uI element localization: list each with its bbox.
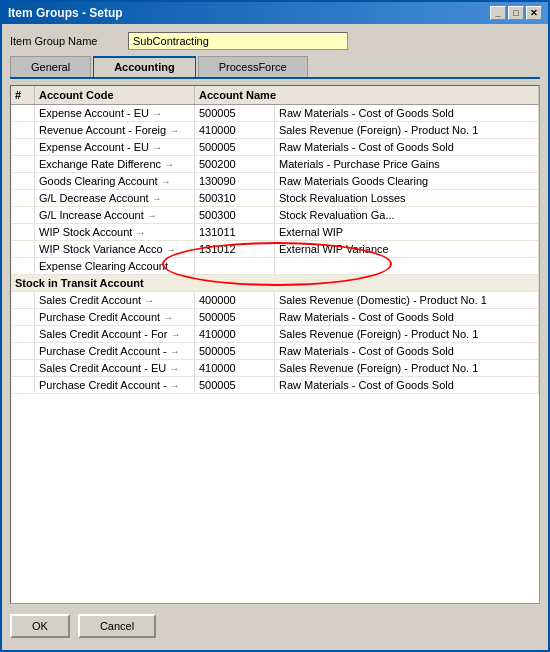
- table-row[interactable]: Stock in Transit Account: [11, 275, 539, 292]
- table-row[interactable]: WIP Stock Account →131011External WIP: [11, 224, 539, 241]
- col-header-num: #: [11, 86, 35, 104]
- accounting-table: # Account Code Account Name Expense Acco…: [10, 85, 540, 604]
- col-header-account-code: Account Code: [35, 86, 195, 104]
- table-row[interactable]: Expense Clearing Account: [11, 258, 539, 275]
- maximize-button[interactable]: □: [508, 6, 524, 20]
- title-bar: Item Groups - Setup _ □ ✕: [2, 2, 548, 24]
- table-row[interactable]: WIP Stock Variance Acco →131012External …: [11, 241, 539, 258]
- item-group-label: Item Group Name: [10, 35, 120, 47]
- main-window: Item Groups - Setup _ □ ✕ Item Group Nam…: [0, 0, 550, 652]
- minimize-button[interactable]: _: [490, 6, 506, 20]
- tab-accounting[interactable]: Accounting: [93, 56, 196, 77]
- table-row[interactable]: Expense Account - EU →500005Raw Material…: [11, 105, 539, 122]
- table-wrapper: # Account Code Account Name Expense Acco…: [10, 85, 540, 604]
- bottom-buttons: OK Cancel: [10, 610, 540, 642]
- table-body: Expense Account - EU →500005Raw Material…: [11, 105, 539, 603]
- table-row[interactable]: Purchase Credit Account - →500005Raw Mat…: [11, 343, 539, 360]
- table-row[interactable]: Expense Account - EU →500005Raw Material…: [11, 139, 539, 156]
- col-header-account-name: Account Name: [195, 86, 539, 104]
- table-header: # Account Code Account Name: [11, 86, 539, 105]
- table-row[interactable]: Sales Credit Account →400000Sales Revenu…: [11, 292, 539, 309]
- window-title: Item Groups - Setup: [8, 6, 123, 20]
- item-group-input[interactable]: [128, 32, 348, 50]
- content-area: Item Group Name General Accounting Proce…: [2, 24, 548, 650]
- table-row[interactable]: Goods Clearing Account →130090Raw Materi…: [11, 173, 539, 190]
- table-row[interactable]: Purchase Credit Account - →500005Raw Mat…: [11, 377, 539, 394]
- table-row[interactable]: Exchange Rate Differenc →500200Materials…: [11, 156, 539, 173]
- tab-processforce[interactable]: ProcessForce: [198, 56, 308, 77]
- ok-button[interactable]: OK: [10, 614, 70, 638]
- tab-general[interactable]: General: [10, 56, 91, 77]
- cancel-button[interactable]: Cancel: [78, 614, 156, 638]
- title-bar-buttons: _ □ ✕: [490, 6, 542, 20]
- table-row[interactable]: G/L Increase Account →500300Stock Revalu…: [11, 207, 539, 224]
- table-row[interactable]: Sales Credit Account - For →410000Sales …: [11, 326, 539, 343]
- tab-bar: General Accounting ProcessForce: [10, 56, 540, 79]
- close-button[interactable]: ✕: [526, 6, 542, 20]
- table-row[interactable]: Purchase Credit Account →500005Raw Mater…: [11, 309, 539, 326]
- item-group-field-row: Item Group Name: [10, 32, 540, 50]
- table-row[interactable]: Revenue Account - Foreig →410000Sales Re…: [11, 122, 539, 139]
- table-row[interactable]: Sales Credit Account - EU →410000Sales R…: [11, 360, 539, 377]
- table-row[interactable]: G/L Decrease Account →500310Stock Revalu…: [11, 190, 539, 207]
